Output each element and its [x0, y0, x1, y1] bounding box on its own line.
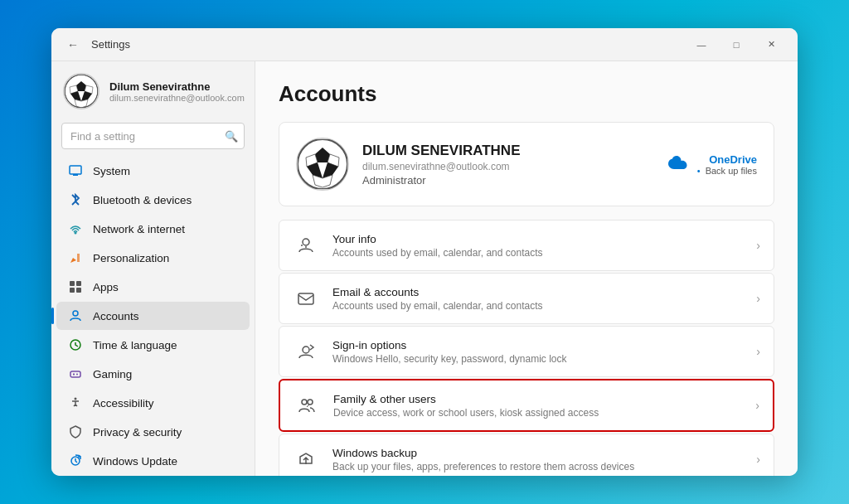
- row-icon-your-info: [293, 232, 319, 259]
- row-icon-sign-in: [293, 338, 319, 365]
- onedrive-subtitle: • Back up files: [697, 166, 757, 176]
- settings-row-email-accounts[interactable]: Email & accounts Accounts used by email,…: [279, 273, 774, 324]
- sidebar-avatar: [63, 73, 99, 109]
- onedrive-section[interactable]: OneDrive • Back up files: [664, 151, 757, 177]
- nav-icon-system: [68, 163, 83, 178]
- sidebar-item-network[interactable]: Network & internet: [56, 215, 250, 243]
- nav-icon-accessibility: [68, 395, 83, 410]
- nav-icon-update: [68, 453, 83, 468]
- settings-row-your-info[interactable]: Your info Accounts used by email, calend…: [279, 220, 774, 271]
- svg-rect-33: [298, 293, 313, 304]
- settings-window: ← Settings ― □ ✕: [51, 28, 798, 476]
- nav-icon-bluetooth: [68, 192, 83, 207]
- search-input[interactable]: [61, 123, 245, 149]
- svg-point-11: [75, 232, 77, 235]
- nav-label-gaming: Gaming: [93, 368, 132, 380]
- chevron-icon-windows-backup: ›: [756, 453, 760, 466]
- maximize-button[interactable]: □: [720, 32, 753, 58]
- profile-info: DILUM SENEVIRATHNE dilum.senevirathne@ou…: [362, 143, 651, 187]
- sidebar-item-apps[interactable]: Apps: [56, 273, 250, 301]
- row-title-sign-in: Sign-in options: [332, 339, 743, 351]
- svg-rect-18: [70, 371, 80, 377]
- sidebar-item-time[interactable]: Time & language: [56, 331, 250, 359]
- svg-rect-12: [70, 281, 75, 286]
- nav-label-update: Windows Update: [93, 455, 177, 468]
- svg-point-20: [75, 398, 77, 400]
- settings-row-windows-backup[interactable]: Windows backup Back up your files, apps,…: [279, 434, 774, 476]
- nav-label-bluetooth: Bluetooth & devices: [93, 194, 192, 206]
- row-title-your-info: Your info: [332, 233, 743, 245]
- svg-point-35: [302, 400, 307, 405]
- window-title: Settings: [91, 38, 685, 51]
- sidebar-item-update[interactable]: Windows Update: [56, 447, 250, 475]
- svg-point-16: [73, 311, 78, 316]
- row-icon-family-users: [294, 392, 320, 419]
- nav-label-personalization: Personalization: [93, 252, 169, 264]
- row-title-email-accounts: Email & accounts: [332, 286, 743, 298]
- row-subtitle-your-info: Accounts used by email, calendar, and co…: [332, 247, 743, 259]
- nav-label-accessibility: Accessibility: [93, 397, 154, 410]
- sidebar-item-accessibility[interactable]: Accessibility: [56, 389, 250, 417]
- titlebar: ← Settings ― □ ✕: [51, 28, 798, 61]
- search-box: 🔍: [61, 123, 245, 149]
- sidebar-user-name: Dilum Senevirathne: [109, 80, 245, 93]
- nav-label-system: System: [93, 165, 130, 177]
- main-panel: Accounts DILUM SENEVIR: [255, 61, 798, 476]
- nav-icon-personalization: [68, 250, 83, 265]
- back-button[interactable]: ←: [61, 33, 85, 56]
- onedrive-icon: [664, 151, 691, 177]
- nav-label-network: Network & internet: [93, 223, 185, 235]
- row-title-windows-backup: Windows backup: [332, 447, 743, 459]
- main-content: Dilum Senevirathne dilum.senevirathne@ou…: [51, 61, 798, 476]
- chevron-icon-sign-in: ›: [756, 345, 760, 358]
- row-content-your-info: Your info Accounts used by email, calend…: [332, 233, 743, 259]
- row-icon-email-accounts: [293, 285, 319, 312]
- svg-rect-13: [76, 281, 81, 286]
- sidebar: Dilum Senevirathne dilum.senevirathne@ou…: [51, 61, 255, 476]
- sidebar-item-gaming[interactable]: Gaming: [56, 360, 250, 388]
- svg-point-31: [301, 245, 303, 246]
- profile-card: DILUM SENEVIRATHNE dilum.senevirathne@ou…: [279, 122, 774, 206]
- row-icon-windows-backup: [293, 446, 319, 472]
- nav-icon-gaming: [68, 366, 83, 381]
- page-title: Accounts: [279, 81, 774, 107]
- settings-row-sign-in[interactable]: Sign-in options Windows Hello, security …: [279, 326, 774, 377]
- nav-list: System Bluetooth & devices Network & int…: [51, 156, 255, 476]
- sidebar-item-privacy[interactable]: Privacy & security: [56, 418, 250, 446]
- chevron-icon-your-info: ›: [756, 239, 760, 252]
- row-subtitle-email-accounts: Accounts used by email, calendar, and co…: [332, 300, 743, 312]
- close-button[interactable]: ✕: [754, 32, 788, 58]
- sidebar-user-email: dilum.senevirathne@outlook.com: [109, 93, 245, 103]
- nav-icon-apps: [68, 279, 83, 294]
- onedrive-text: OneDrive • Back up files: [697, 153, 757, 176]
- chevron-icon-family-users: ›: [755, 399, 759, 412]
- svg-point-32: [305, 246, 307, 248]
- nav-icon-time: [68, 337, 83, 352]
- row-subtitle-windows-backup: Back up your files, apps, preferences to…: [332, 461, 743, 472]
- minimize-button[interactable]: ―: [685, 32, 718, 58]
- row-content-email-accounts: Email & accounts Accounts used by email,…: [332, 286, 743, 312]
- search-icon: 🔍: [225, 130, 238, 143]
- onedrive-dot: •: [697, 166, 701, 176]
- onedrive-subtitle-text: Back up files: [706, 166, 757, 176]
- onedrive-title: OneDrive: [697, 153, 757, 166]
- profile-email: dilum.senevirathne@outlook.com: [362, 161, 651, 172]
- svg-rect-15: [76, 288, 81, 293]
- sidebar-item-bluetooth[interactable]: Bluetooth & devices: [56, 186, 250, 214]
- row-content-sign-in: Sign-in options Windows Hello, security …: [332, 339, 743, 365]
- svg-point-19: [76, 374, 78, 376]
- svg-point-30: [303, 239, 309, 245]
- row-subtitle-sign-in: Windows Hello, security key, password, d…: [332, 353, 743, 365]
- row-subtitle-family-users: Device access, work or school users, kio…: [333, 407, 742, 419]
- sidebar-item-personalization[interactable]: Personalization: [56, 244, 250, 272]
- svg-point-36: [308, 400, 313, 405]
- profile-role: Administrator: [362, 174, 651, 187]
- chevron-icon-email-accounts: ›: [756, 292, 760, 305]
- row-content-windows-backup: Windows backup Back up your files, apps,…: [332, 447, 743, 472]
- sidebar-item-accounts[interactable]: Accounts: [56, 302, 250, 330]
- settings-row-family-users[interactable]: Family & other users Device access, work…: [279, 379, 774, 432]
- sidebar-item-system[interactable]: System: [56, 157, 250, 185]
- profile-avatar: [296, 138, 349, 191]
- svg-rect-14: [70, 288, 75, 293]
- nav-icon-privacy: [68, 424, 83, 439]
